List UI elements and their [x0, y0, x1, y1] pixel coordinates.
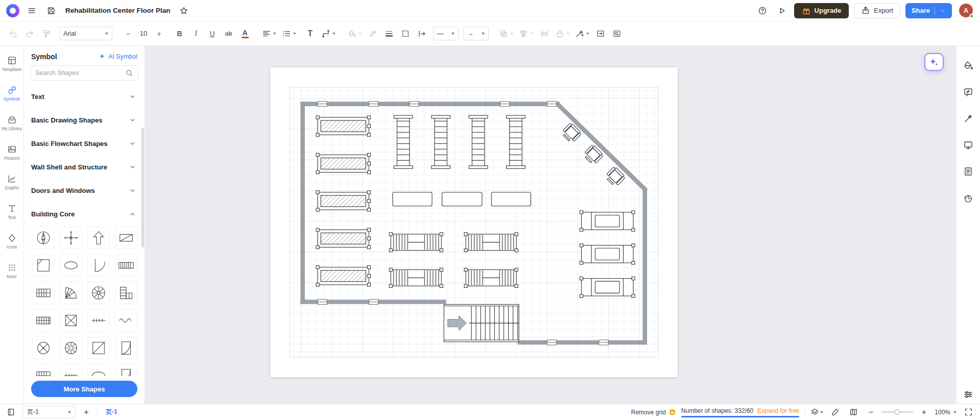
user-avatar[interactable]: A — [959, 4, 973, 17]
layers-button[interactable] — [810, 406, 823, 418]
remove-grid-control[interactable]: Remove grid — [631, 408, 676, 416]
lock-button[interactable] — [554, 27, 571, 40]
sidebar-item-library[interactable]: My Library — [1, 111, 23, 135]
add-page-button[interactable]: + — [81, 408, 92, 417]
symbol-section-text[interactable]: Text — [24, 85, 145, 108]
shape-door-leaf[interactable] — [115, 364, 137, 376]
pages-overview-button[interactable] — [4, 406, 17, 418]
undo-button[interactable] — [6, 27, 20, 40]
sidebar-item-more[interactable]: More — [1, 259, 23, 283]
underline-button[interactable]: U — [205, 27, 219, 40]
theme-panel-button[interactable] — [961, 111, 976, 126]
shape-compass-rose[interactable] — [32, 227, 55, 249]
page-selector-dropdown[interactable]: 页-1 — [22, 406, 76, 418]
bold-button[interactable]: B — [173, 27, 186, 40]
shape-oval-column[interactable] — [87, 364, 110, 376]
help-button[interactable] — [755, 4, 770, 18]
shape-diagonal-panel[interactable] — [87, 337, 110, 359]
font-size-value[interactable]: 10 — [137, 30, 150, 37]
more-shapes-button[interactable]: More Shapes — [31, 381, 137, 397]
zoom-level-dropdown[interactable]: 100% — [935, 409, 957, 416]
shape-stairs-rail[interactable] — [32, 309, 55, 332]
drawing-canvas-area[interactable] — [145, 46, 956, 404]
shape-slant-panel[interactable] — [115, 227, 137, 249]
shape-door-swing[interactable] — [87, 254, 110, 277]
mini-map-button[interactable] — [847, 406, 860, 418]
fullscreen-button[interactable] — [962, 406, 975, 418]
edraw-logo-icon[interactable] — [6, 4, 19, 17]
style-panel-button[interactable] — [961, 58, 976, 72]
history-panel-button[interactable] — [961, 191, 976, 205]
shape-escalator[interactable] — [115, 254, 137, 277]
pen-tool-button[interactable] — [828, 406, 842, 418]
insert-container-button[interactable] — [593, 27, 607, 40]
line-dash-button[interactable] — [398, 27, 412, 40]
save-button[interactable] — [44, 4, 58, 18]
sidebar-item-text[interactable]: Text — [1, 200, 23, 224]
zoom-in-button[interactable]: + — [918, 408, 929, 417]
shape-stairs-spiral[interactable] — [87, 282, 110, 304]
italic-button[interactable]: I — [189, 27, 203, 40]
list-button[interactable] — [280, 27, 298, 40]
distribute-button[interactable] — [537, 27, 551, 40]
ai-assistant-button[interactable] — [924, 53, 944, 71]
shape-grid-table[interactable] — [32, 364, 55, 376]
sidebar-item-symbols[interactable]: Symbols — [1, 82, 23, 105]
shape-grid-table[interactable] — [32, 282, 55, 304]
ai-symbol-link[interactable]: AI Symbol — [99, 53, 137, 60]
font-family-select[interactable]: Arial — [59, 27, 112, 40]
shape-stairs-landing[interactable] — [115, 282, 137, 304]
shape-compass-cross[interactable] — [60, 227, 82, 249]
wall-style-button[interactable] — [415, 27, 428, 40]
shape-search-input[interactable] — [35, 69, 122, 77]
connector-button[interactable] — [320, 27, 337, 40]
shape-block-arrow-up[interactable] — [87, 227, 110, 249]
symbol-section-basic-drawing-shapes[interactable]: Basic Drawing Shapes — [24, 108, 145, 132]
shape-wheel-spokes[interactable] — [60, 337, 82, 359]
arrow-style-select[interactable]: → — [463, 27, 489, 40]
zoom-slider-knob[interactable] — [894, 409, 900, 415]
zoom-out-button[interactable]: − — [865, 408, 876, 417]
presentation-panel-button[interactable] — [961, 138, 976, 152]
comment-panel-button[interactable] — [961, 85, 976, 99]
find-replace-button[interactable] — [610, 27, 624, 40]
line-color-button[interactable] — [366, 27, 379, 40]
zoom-slider[interactable] — [881, 411, 913, 413]
outline-panel-button[interactable] — [961, 164, 976, 179]
fill-color-button[interactable] — [346, 27, 363, 40]
symbol-section-doors-and-windows[interactable]: Doors and Windows — [24, 179, 145, 202]
text-align-button[interactable] — [260, 27, 278, 40]
redo-button[interactable] — [22, 27, 36, 40]
shape-stairs-curved[interactable] — [60, 282, 82, 304]
shape-elevator-shaft[interactable] — [60, 309, 82, 332]
text-tool-button[interactable]: T — [303, 27, 317, 40]
shape-oval-column[interactable] — [60, 254, 82, 277]
page-tab-active[interactable]: 页-1 — [103, 408, 121, 416]
main-menu-button[interactable] — [25, 4, 39, 18]
panel-settings-button[interactable] — [961, 387, 976, 402]
shape-track-wave[interactable] — [115, 309, 137, 332]
export-button[interactable]: Export — [854, 3, 900, 18]
decrease-font-button[interactable]: − — [121, 27, 135, 40]
sidebar-item-pictures[interactable]: Pictures — [1, 141, 23, 164]
magic-clean-button[interactable] — [573, 27, 591, 40]
favorite-button[interactable] — [177, 4, 191, 18]
shape-track-dots[interactable] — [87, 309, 110, 332]
share-button[interactable]: Share — [905, 3, 952, 18]
group-button[interactable] — [497, 27, 515, 40]
symbol-section-wall-shell-and-structure[interactable]: Wall Shell and Structure — [24, 155, 145, 179]
symbol-section-basic-flowchart-shapes[interactable]: Basic Flowchart Shapes — [24, 132, 145, 155]
format-painter-button[interactable] — [39, 27, 53, 40]
font-color-button[interactable]: A — [238, 27, 252, 40]
line-weight-button[interactable] — [382, 27, 396, 40]
shape-corner-panel[interactable] — [32, 254, 55, 277]
strikethrough-button[interactable]: ab — [222, 27, 235, 40]
sidebar-item-templates[interactable]: Templates — [1, 52, 23, 76]
line-style-select[interactable]: — — [433, 27, 459, 40]
sidebar-item-graphs[interactable]: Graphs — [1, 170, 23, 194]
upgrade-button[interactable]: Upgrade — [794, 3, 849, 18]
symbol-section-building-core[interactable]: Building Core — [24, 202, 145, 226]
expand-for-free-link[interactable]: Expand for free — [757, 407, 799, 414]
panel-scrollbar[interactable] — [141, 128, 144, 248]
increase-font-button[interactable]: + — [152, 27, 166, 40]
